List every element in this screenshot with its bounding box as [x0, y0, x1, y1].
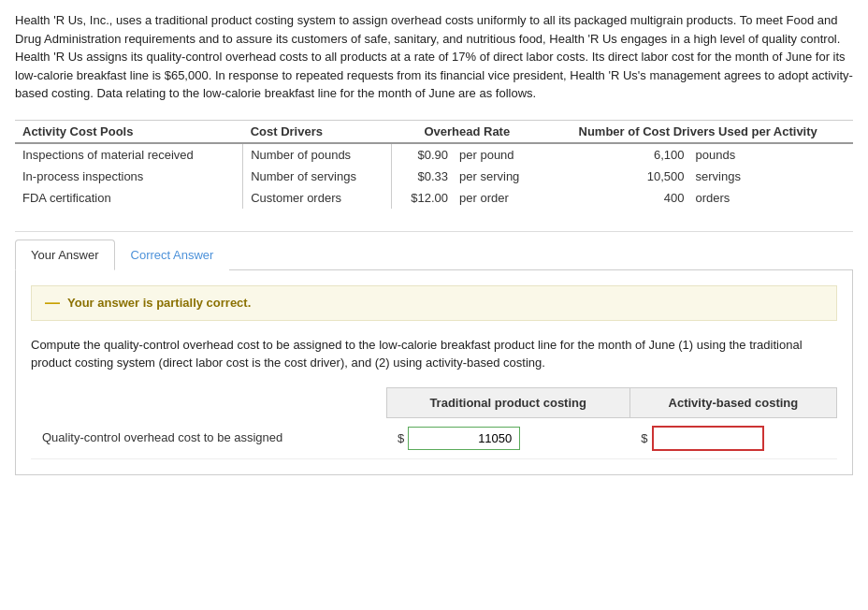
tab-correct-answer[interactable]: Correct Answer — [115, 240, 230, 270]
partial-correct-text: Your answer is partially correct. — [67, 296, 251, 310]
tabs-container: Your Answer Correct Answer — [15, 240, 853, 270]
answer-table: Traditional product costing Activity-bas… — [31, 387, 837, 459]
col-header-activity: Activity Cost Pools — [15, 120, 243, 143]
cost-driver-name: Number of servings — [243, 166, 392, 187]
col-header-cost-drivers: Cost Drivers — [243, 120, 392, 143]
partial-correct-banner: — Your answer is partially correct. — [31, 285, 837, 321]
activity-name: FDA certification — [15, 187, 243, 209]
col-header-num-cost-drivers: Number of Cost Drivers Used per Activity — [542, 120, 853, 143]
answer-section: — Your answer is partially correct. Comp… — [15, 270, 853, 475]
compute-question: Compute the quality-control overhead cos… — [31, 336, 837, 372]
num-amount: 10,500 — [542, 166, 691, 187]
traditional-input-cell: $ — [386, 417, 629, 458]
rate-amount: $0.90 — [391, 143, 456, 166]
section-divider — [15, 231, 853, 232]
activity-name: In-process inspections — [15, 166, 243, 187]
num-amount: 6,100 — [542, 143, 691, 166]
col-header-overhead-rate: Overhead Rate — [391, 120, 542, 143]
activity-name: Inspections of material received — [15, 143, 243, 166]
rate-unit: per serving — [456, 166, 542, 187]
num-unit: orders — [691, 187, 853, 209]
num-unit: pounds — [691, 143, 853, 166]
row-label: Quality-control overhead cost to be assi… — [31, 417, 386, 458]
dollar-sign-1: $ — [398, 431, 404, 445]
col-header-activity: Activity-based costing — [629, 387, 836, 417]
data-table: Activity Cost Pools Cost Drivers Overhea… — [15, 120, 853, 209]
rate-unit: per order — [456, 187, 542, 209]
minus-icon: — — [45, 296, 60, 311]
rate-amount: $12.00 — [391, 187, 456, 209]
activity-cost-input[interactable] — [652, 426, 764, 451]
traditional-cost-input[interactable] — [408, 427, 520, 450]
table-row: Inspections of material received Number … — [15, 143, 853, 166]
empty-header — [31, 387, 386, 417]
dollar-sign-2: $ — [641, 431, 647, 445]
num-amount: 400 — [542, 187, 691, 209]
rate-amount: $0.33 — [391, 166, 456, 187]
tab-your-answer[interactable]: Your Answer — [15, 240, 115, 270]
answer-row: Quality-control overhead cost to be assi… — [31, 417, 837, 458]
table-row: In-process inspections Number of serving… — [15, 166, 853, 187]
cost-driver-name: Customer orders — [243, 187, 392, 209]
problem-text: Health 'R Us, Inc., uses a traditional p… — [15, 11, 853, 103]
table-row: FDA certification Customer orders $12.00… — [15, 187, 853, 209]
col-header-traditional: Traditional product costing — [386, 387, 629, 417]
rate-unit: per pound — [456, 143, 542, 166]
num-unit: servings — [691, 166, 853, 187]
cost-driver-name: Number of pounds — [243, 143, 392, 166]
activity-input-cell: $ — [629, 417, 836, 458]
